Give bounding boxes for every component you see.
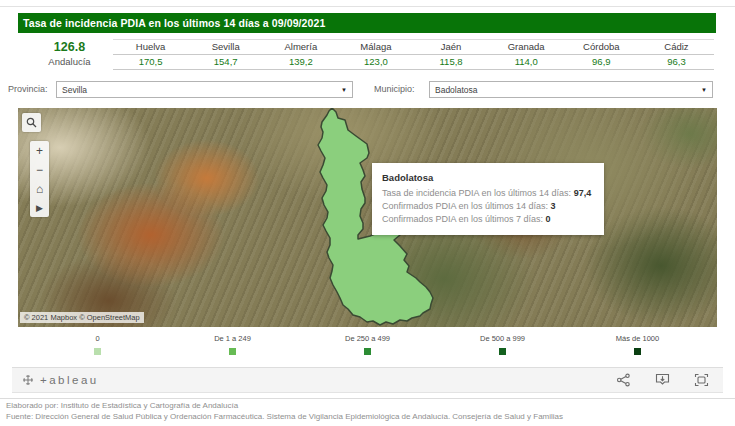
badolatosa-region-shape[interactable] — [18, 108, 717, 327]
legend-label: De 1 a 249 — [165, 334, 300, 343]
footer-credits: Elaborado por: Instituto de Estadística … — [6, 401, 563, 422]
province-value[interactable]: 96,9 — [564, 55, 639, 69]
province-value[interactable]: 139,2 — [263, 55, 338, 69]
tooltip-value: 3 — [551, 201, 556, 211]
provinces-table: Huelva Sevilla Almería Málaga Jaén Grana… — [113, 39, 714, 70]
title-bar: Tasa de incidencia PDIA en los últimos 1… — [18, 13, 716, 33]
tooltip-label: Tasa de incidencia PDIA en los últimos 1… — [382, 188, 571, 198]
andalucia-summary: 126.8 Andalucía — [22, 40, 117, 67]
legend-item[interactable]: Más de 1000 — [570, 334, 705, 355]
footer-divider — [0, 398, 735, 399]
footer-line-fuente: Fuente: Dirección General de Salud Públi… — [6, 412, 563, 423]
municipio-selected-value: Badolatosa — [435, 85, 478, 95]
incidence-legend: 0 De 1 a 249 De 250 a 499 De 500 a 999 M… — [30, 334, 705, 355]
tooltip-label: Confirmados PDIA en los últimos 7 días: — [382, 214, 543, 224]
municipio-filter-label: Municipio: — [374, 84, 415, 94]
legend-swatch — [229, 348, 236, 355]
provinces-values-row: 170,5 154,7 139,2 123,0 115,8 114,0 96,9… — [113, 55, 714, 70]
tableau-mark-icon — [22, 374, 34, 386]
tooltip-title: Badolatosa — [382, 171, 594, 184]
province-header: Cádiz — [639, 40, 714, 54]
legend-item[interactable]: De 500 a 999 — [435, 334, 570, 355]
legend-item[interactable]: De 250 a 499 — [300, 334, 435, 355]
page-title: Tasa de incidencia PDIA en los últimos 1… — [18, 17, 325, 29]
province-value[interactable]: 123,0 — [338, 55, 413, 69]
tooltip-value: 97,4 — [574, 188, 592, 198]
province-value[interactable]: 114,0 — [489, 55, 564, 69]
tooltip-label: Confirmados PDIA en los últimos 14 días: — [382, 201, 548, 211]
province-header: Sevilla — [188, 40, 263, 54]
map-tooltip: Badolatosa Tasa de incidencia PDIA en lo… — [372, 163, 604, 235]
legend-swatch — [364, 348, 371, 355]
map-tools-expand-button[interactable]: ▶ — [30, 198, 49, 217]
legend-swatch — [499, 348, 506, 355]
search-icon — [26, 117, 37, 128]
fullscreen-icon — [694, 373, 709, 387]
footer-line-elaborado: Elaborado por: Instituto de Estadística … — [6, 401, 563, 412]
tooltip-row: Confirmados PDIA en los últimos 7 días: … — [382, 213, 594, 226]
province-header: Huelva — [113, 40, 188, 54]
summary-region: Andalucía — [22, 56, 117, 67]
legend-label: 0 — [30, 334, 165, 343]
fullscreen-button[interactable] — [694, 373, 709, 387]
home-button[interactable]: ⌂ — [30, 179, 49, 198]
tooltip-value: 0 — [546, 214, 551, 224]
share-button[interactable] — [616, 373, 631, 387]
chevron-down-icon[interactable]: ▼ — [701, 87, 707, 93]
provincia-selected-value: Sevilla — [62, 85, 87, 95]
tableau-toolbar: +ableau — [12, 367, 723, 393]
province-header: Almería — [263, 40, 338, 54]
dashboard: Tasa de incidencia PDIA en los últimos 1… — [0, 0, 735, 426]
map-search-button[interactable] — [22, 113, 41, 132]
legend-item[interactable]: 0 — [30, 334, 165, 355]
legend-swatch — [94, 348, 101, 355]
download-button[interactable] — [655, 373, 670, 387]
province-header: Granada — [489, 40, 564, 54]
summary-value: 126.8 — [22, 40, 117, 54]
chevron-down-icon[interactable]: ▼ — [341, 87, 347, 93]
zoom-in-button[interactable]: + — [30, 141, 49, 160]
tooltip-row: Tasa de incidencia PDIA en los últimos 1… — [382, 187, 594, 200]
zoom-out-button[interactable]: − — [30, 160, 49, 179]
download-icon — [655, 373, 670, 387]
legend-label: De 500 a 999 — [435, 334, 570, 343]
tableau-wordmark: +ableau — [40, 374, 99, 386]
province-header: Córdoba — [564, 40, 639, 54]
province-value[interactable]: 154,7 — [188, 55, 263, 69]
province-value[interactable]: 170,5 — [113, 55, 188, 69]
tooltip-row: Confirmados PDIA en los últimos 14 días:… — [382, 200, 594, 213]
provincia-filter-label: Provincia: — [8, 84, 48, 94]
provinces-header-row: Huelva Sevilla Almería Málaga Jaén Grana… — [113, 39, 714, 55]
province-header: Jaén — [414, 40, 489, 54]
share-icon — [616, 373, 631, 387]
legend-item[interactable]: De 1 a 249 — [165, 334, 300, 355]
toolbar-actions — [616, 373, 709, 387]
municipio-select[interactable]: Badolatosa ▼ — [429, 81, 713, 98]
satellite-map[interactable]: + − ⌂ ▶ Badolatosa Tasa de incidencia PD… — [18, 108, 717, 327]
legend-label: Más de 1000 — [570, 334, 705, 343]
map-zoom-controls: + − ⌂ ▶ — [30, 141, 49, 217]
province-header: Málaga — [338, 40, 413, 54]
provincia-select[interactable]: Sevilla ▼ — [56, 81, 353, 98]
map-attribution[interactable]: © 2021 Mapbox © OpenStreetMap — [20, 312, 144, 323]
legend-swatch — [634, 348, 641, 355]
province-value[interactable]: 115,8 — [414, 55, 489, 69]
legend-label: De 250 a 499 — [300, 334, 435, 343]
tableau-logo[interactable]: +ableau — [22, 374, 99, 386]
top-border — [0, 6, 735, 7]
province-value[interactable]: 96,3 — [639, 55, 714, 69]
